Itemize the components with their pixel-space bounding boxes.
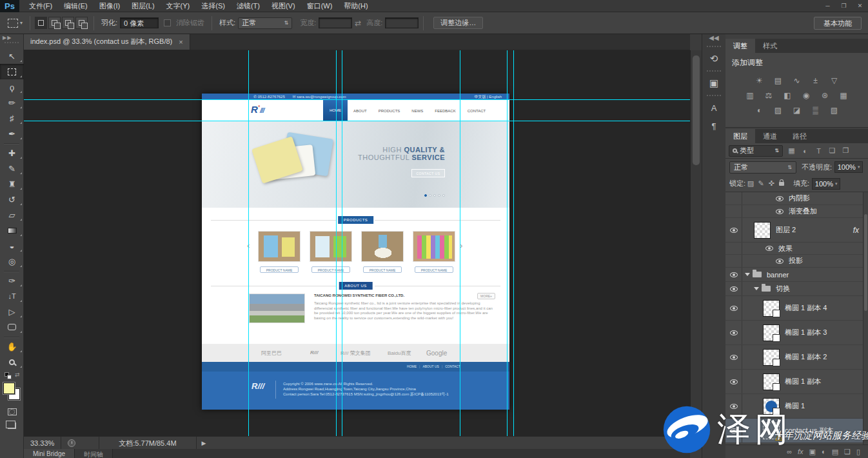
eyedropper-tool[interactable]: ✒ (0, 126, 24, 141)
paragraph-panel-button[interactable]: ¶ (702, 117, 725, 135)
panel-grip[interactable] (707, 70, 721, 73)
link-layers-icon[interactable]: ∞ (787, 448, 792, 455)
layer-row-gradient-overlay[interactable]: 渐变叠加 (725, 205, 868, 218)
hue-saturation-icon[interactable]: ▥ (744, 90, 756, 101)
pen-tool[interactable]: ✑ (0, 273, 24, 288)
shape-layer-thumbnail[interactable] (763, 300, 780, 317)
layer-row-switch-group[interactable]: 切换 (725, 282, 868, 296)
guide-vertical[interactable] (248, 50, 249, 436)
color-lookup-icon[interactable]: ▦ (837, 90, 850, 101)
layer-row-layer2[interactable]: 图层 2 fx (725, 218, 868, 243)
panel-grip[interactable] (707, 46, 721, 48)
menu-help[interactable]: 帮助(H) (338, 0, 373, 12)
layer-row-ellipse-copy2[interactable]: 椭圆 1 副本 2 (725, 345, 868, 370)
layer-row-inner-shadow[interactable]: 内阴影 (725, 192, 868, 205)
layer-row-ellipse-copy[interactable]: 椭圆 1 副本 (725, 370, 868, 394)
tool-preset-caret-icon[interactable]: ▾ (20, 20, 23, 26)
filter-type-icon[interactable]: T (814, 147, 824, 155)
guide-horizontal[interactable] (24, 99, 690, 100)
healing-brush-tool[interactable]: ✚ (0, 145, 24, 161)
selective-color-icon[interactable]: ▧ (828, 105, 841, 115)
tab-adjustments[interactable]: 调整 (725, 39, 755, 53)
visibility-eye-icon[interactable] (730, 428, 738, 433)
character-panel-button[interactable]: A (702, 99, 725, 117)
properties-panel-button[interactable]: ▣ (702, 74, 725, 92)
menu-image[interactable]: 图像(I) (94, 0, 126, 12)
filter-pixel-icon[interactable]: ▦ (787, 146, 796, 155)
height-input[interactable] (385, 17, 419, 28)
opacity-field[interactable]: 100%▾ (834, 161, 863, 173)
canvas-scrollbar[interactable] (690, 50, 702, 436)
crop-tool[interactable]: ♯ (0, 110, 24, 126)
shape-layer-thumbnail[interactable] (763, 324, 780, 341)
threshold-icon[interactable]: ◪ (791, 105, 804, 115)
lock-position-icon[interactable]: ✜ (766, 179, 776, 188)
selection-mode-new-button[interactable] (35, 17, 47, 29)
tab-channels[interactable]: 通道 (755, 129, 785, 143)
guide-vertical[interactable] (513, 50, 514, 436)
guide-vertical[interactable] (460, 50, 460, 436)
layer-thumbnail[interactable] (754, 222, 771, 239)
shape-tool[interactable] (0, 319, 24, 335)
history-brush-tool[interactable]: ↺ (0, 192, 24, 207)
style-dropdown[interactable]: 正常⇅ (238, 17, 292, 29)
document-canvas[interactable]: ✆ 0512-82767625 ✉ sara.wu@rongweigroup.c… (24, 50, 690, 436)
zoom-tool[interactable] (0, 354, 24, 370)
levels-icon[interactable]: ▤ (772, 75, 785, 86)
selection-mode-intersect-button[interactable] (75, 17, 88, 29)
brightness-contrast-icon[interactable]: ☀ (753, 75, 766, 86)
layer-row-drop-shadow[interactable]: 投影 (725, 255, 868, 268)
screen-mode-button[interactable] (0, 419, 24, 433)
panel-grip[interactable] (707, 95, 721, 97)
visibility-eye-icon[interactable] (730, 404, 738, 409)
menu-view[interactable]: 视图(V) (266, 0, 301, 12)
selection-mode-subtract-button[interactable] (62, 17, 74, 29)
lasso-tool[interactable]: ϙ (0, 79, 24, 95)
blur-tool[interactable]: ◒ (0, 238, 24, 254)
menu-edit[interactable]: 编辑(E) (58, 0, 94, 12)
swap-dimensions-icon[interactable]: ⇄ (355, 19, 361, 28)
toolbar-grip[interactable] (5, 42, 19, 45)
tab-timeline[interactable]: 时间轴 (75, 449, 113, 458)
posterize-icon[interactable]: ▨ (772, 105, 785, 115)
expand-triangle-icon[interactable] (754, 287, 759, 290)
tab-layers[interactable]: 图层 (725, 129, 755, 143)
filter-type-dropdown[interactable]: 类型 ⇅ (729, 145, 783, 157)
menu-select[interactable]: 选择(S) (195, 0, 231, 12)
new-group-icon[interactable]: ▤ (832, 448, 838, 456)
shape-layer-thumbnail[interactable] (763, 398, 780, 415)
dodge-tool[interactable]: ◎ (0, 254, 24, 269)
selection-mode-add-button[interactable] (48, 17, 61, 29)
quick-mask-button[interactable] (0, 404, 24, 419)
visibility-eye-icon[interactable] (776, 209, 784, 214)
move-tool[interactable]: ↖ (0, 48, 24, 64)
tab-mini-bridge[interactable]: Mini Bridge (24, 449, 75, 458)
gradient-tool[interactable] (0, 223, 24, 238)
clone-stamp-tool[interactable]: ♜ (0, 176, 24, 192)
rectangular-marquee-tool[interactable] (0, 64, 24, 79)
new-adjustment-layer-icon[interactable]: ◐ (822, 448, 826, 455)
layer-row-contact-us-copy-selected[interactable]: ⚠ contact us 副本 (725, 419, 868, 443)
default-colors-control[interactable]: ⇄ (3, 371, 23, 380)
refine-edge-button[interactable]: 调整边缘… (433, 17, 483, 29)
menu-file[interactable]: 文件(F) (23, 0, 58, 12)
delete-layer-icon[interactable]: ▯ (856, 448, 860, 456)
invert-icon[interactable]: ◐ (753, 105, 766, 115)
guide-vertical[interactable] (342, 50, 342, 436)
color-balance-icon[interactable]: ⚖ (762, 90, 775, 101)
lock-pixels-icon[interactable]: ✎ (756, 179, 766, 188)
channel-mixer-icon[interactable]: ⊛ (818, 90, 831, 101)
black-white-icon[interactable]: ◧ (781, 90, 794, 101)
expand-triangle-icon[interactable] (745, 273, 750, 276)
collapse-panels-icon[interactable]: ◀◀ (702, 34, 725, 43)
layer-row-effects-heading[interactable]: 效果 (725, 243, 868, 255)
direct-selection-tool[interactable]: ▷ (0, 304, 24, 319)
filter-adjustment-icon[interactable]: ◐ (800, 147, 810, 155)
layer-row-banner-group[interactable]: banner (725, 268, 868, 282)
guide-horizontal[interactable] (24, 121, 690, 121)
visibility-eye-icon[interactable] (730, 355, 738, 360)
layers-scrollbar[interactable] (863, 192, 868, 444)
menu-filter[interactable]: 滤镜(T) (231, 0, 266, 12)
width-input[interactable] (319, 17, 352, 28)
tab-close-icon[interactable]: × (179, 38, 182, 46)
